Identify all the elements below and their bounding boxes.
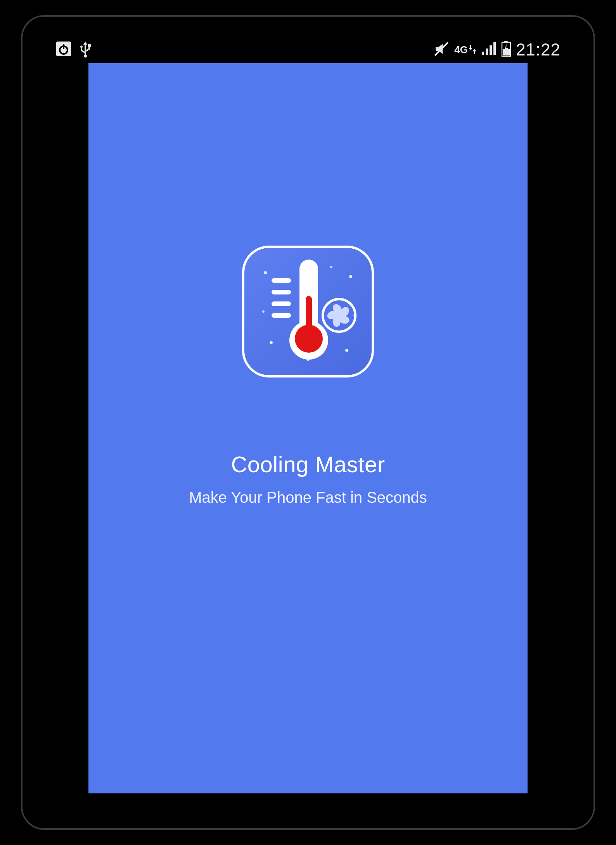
svg-point-16: [262, 310, 265, 313]
svg-rect-3: [88, 44, 91, 47]
svg-rect-8: [493, 42, 496, 55]
app-icon: [242, 246, 374, 377]
app-title: Cooling Master: [231, 451, 385, 477]
status-bar: 4G: [52, 36, 564, 63]
svg-point-13: [349, 275, 352, 278]
app-subtitle: Make Your Phone Fast in Seconds: [189, 489, 427, 506]
network-4g-icon: 4G: [454, 44, 476, 56]
svg-rect-5: [482, 52, 484, 55]
status-left: [55, 40, 92, 59]
svg-rect-7: [490, 45, 492, 55]
svg-rect-25: [306, 296, 312, 339]
svg-rect-2: [63, 44, 64, 49]
svg-point-12: [264, 271, 267, 274]
screen: 4G: [52, 36, 564, 809]
status-clock: 21:22: [516, 40, 561, 59]
usb-icon: [79, 40, 92, 59]
svg-rect-6: [486, 48, 488, 55]
power-icon: [55, 41, 72, 59]
device-frame: 4G: [21, 15, 595, 830]
mute-icon: [433, 41, 450, 59]
svg-point-14: [270, 341, 273, 344]
thermometer-fan-icon: [250, 253, 366, 370]
svg-point-19: [330, 266, 332, 268]
network-label: 4G: [454, 44, 468, 56]
battery-icon: [501, 41, 511, 59]
signal-icon: [481, 42, 497, 57]
svg-point-15: [345, 349, 348, 352]
app-splash-screen: Cooling Master Make Your Phone Fast in S…: [88, 63, 528, 793]
status-right: 4G: [433, 40, 561, 59]
svg-point-27: [336, 313, 342, 318]
